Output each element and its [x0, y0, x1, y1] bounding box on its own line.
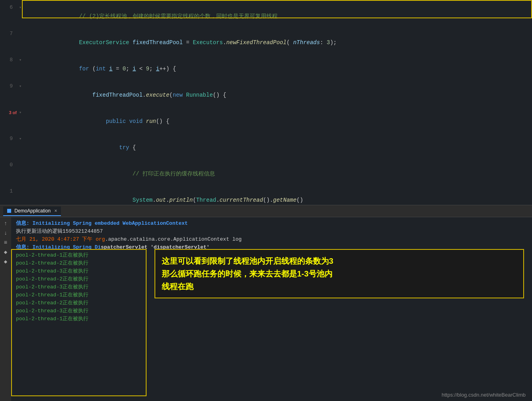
console-output: 信息: Initializing Spring embedded WebAppl… [11, 217, 532, 401]
annotation-line-3: 线程在跑 [162, 280, 517, 293]
code-line-11: 9 ▾ try { [0, 134, 532, 161]
fold-icon [17, 29, 24, 38]
console-line-12: pool-2-thread-3正在被执行 [16, 307, 527, 315]
annotation-line-2: 那么循环跑任务的时候，来来去去都是1-3号池内 [162, 267, 517, 280]
fold-icon[interactable]: ▾ [17, 56, 24, 64]
line-number: 0 [0, 161, 17, 169]
menu-icon[interactable]: ≡ [2, 239, 9, 246]
code-text: System.out.println(Thread.currentThread(… [24, 187, 532, 205]
code-editor: 6 ▾ // (2)定长线程池，创建的时候需要指定线程的个数，同时也是无界可复用… [0, 0, 532, 205]
line-number: 9 [0, 134, 17, 143]
fold-icon[interactable]: ▾ [17, 108, 24, 117]
line-number: 1 [0, 187, 17, 196]
code-line-10: 3 of ▾ public void run() { [0, 108, 532, 134]
watermark: https://blog.csdn.net/whiteBearClimb [442, 392, 526, 398]
scroll-down-icon[interactable]: ↓ [2, 230, 9, 236]
console-line-3: 七月 21, 2020 4:47:27 下午 org.apache.catali… [16, 236, 527, 243]
code-line-13: 1 System.out.println(Thread.currentThrea… [0, 187, 532, 205]
code-line-7: 7 ExecutorService fixedThreadPool = Exec… [0, 29, 532, 56]
annotation-line-1: 这里可以看到限制了线程池内开启线程的条数为3 [162, 255, 517, 267]
settings-icon[interactable]: ◆ [2, 259, 9, 265]
pin-icon[interactable]: ◆ [2, 249, 9, 255]
annotation-box: 这里可以看到限制了线程池内开启线程的条数为3 那么循环跑任务的时候，来来去去都是… [155, 249, 524, 298]
console-line-13: pool-2-thread-1正在被执行 [16, 315, 527, 323]
scroll-up-icon[interactable]: ↑ [2, 220, 9, 227]
console-tab-demo[interactable]: DemoApplication × [3, 206, 61, 216]
line-number: 6 [0, 3, 17, 12]
console-line-2: 执行更新活动的逻辑1595321244857 [16, 228, 527, 236]
console-line-1: 信息: Initializing Spring embedded WebAppl… [16, 220, 527, 228]
code-line-9: 9 ▾ fixedThreadPool.execute(new Runnable… [0, 82, 532, 108]
code-line-12: 0 // 打印正在执行的缓存线程信息 [0, 161, 532, 187]
line-number: 8 [0, 56, 17, 64]
line-number: 7 [0, 29, 17, 38]
code-line-6: 6 ▾ // (2)定长线程池，创建的时候需要指定线程的个数，同时也是无界可复用… [0, 3, 532, 29]
code-text: public void run() { [24, 108, 532, 134]
console-line-11: pool-2-thread-2正在被执行 [16, 299, 527, 307]
code-text: // (2)定长线程池，创建的时候需要指定线程的个数，同时也是无界可复用线程 [24, 3, 532, 29]
console-tab-bar: DemoApplication × [0, 205, 532, 217]
code-text: // 打印正在执行的缓存线程信息 [24, 161, 532, 187]
close-tab-icon[interactable]: × [54, 208, 57, 214]
line-number: 9 [0, 82, 17, 91]
code-text: ExecutorService fixedThreadPool = Execut… [24, 29, 532, 56]
fold-icon[interactable]: ▾ [17, 134, 24, 143]
fold-icon[interactable]: ▾ [17, 3, 24, 12]
console-panel: DemoApplication × ↑ ↓ ≡ ◆ ◆ 信息: Initiali… [0, 205, 532, 401]
code-line-8: 8 ▾ for (int i = 0; i < 9; i++) { [0, 56, 532, 82]
console-scrollbar-area: ↑ ↓ ≡ ◆ ◆ 信息: Initializing Spring embedd… [0, 217, 532, 401]
console-tab-label: DemoApplication [14, 208, 51, 214]
fold-icon [17, 161, 24, 169]
code-text: try { [24, 134, 532, 161]
fold-icon [17, 187, 24, 196]
code-lines: 6 ▾ // (2)定长线程池，创建的时候需要指定线程的个数，同时也是无界可复用… [0, 0, 532, 205]
console-side-icons: ↑ ↓ ≡ ◆ ◆ [0, 217, 11, 401]
code-text: for (int i = 0; i < 9; i++) { [24, 56, 532, 82]
fold-icon[interactable]: ▾ [17, 82, 24, 91]
code-text: fixedThreadPool.execute(new Runnable() { [24, 82, 532, 108]
